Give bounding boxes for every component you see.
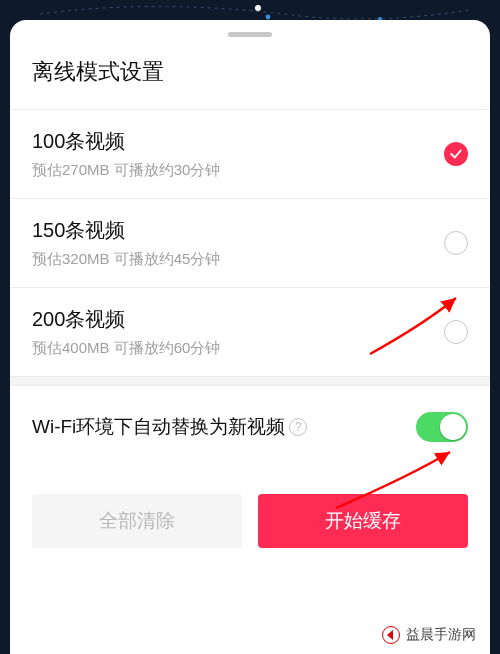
settings-sheet: 离线模式设置 100条视频 预估270MB 可播放约30分钟 150条视频 预估…	[10, 20, 490, 654]
start-cache-button[interactable]: 开始缓存	[258, 494, 468, 548]
wifi-toggle[interactable]	[416, 412, 468, 442]
svg-point-0	[255, 5, 261, 11]
watermark-text: 益晨手游网	[406, 626, 476, 644]
switch-knob	[440, 414, 466, 440]
option-subtitle: 预估320MB 可播放约45分钟	[32, 250, 220, 269]
button-bar: 全部清除 开始缓存	[10, 480, 490, 548]
wifi-label: Wi-Fi环境下自动替换为新视频	[32, 414, 285, 440]
watermark-logo-icon	[382, 626, 400, 644]
clear-all-button[interactable]: 全部清除	[32, 494, 242, 548]
wifi-auto-replace-row: Wi-Fi环境下自动替换为新视频 ?	[10, 386, 490, 468]
option-title: 100条视频	[32, 128, 220, 155]
section-divider	[10, 376, 490, 386]
option-150[interactable]: 150条视频 预估320MB 可播放约45分钟	[10, 198, 490, 287]
video-count-options: 100条视频 预估270MB 可播放约30分钟 150条视频 预估320MB 可…	[10, 109, 490, 376]
radio-selected-icon[interactable]	[444, 142, 468, 166]
svg-point-1	[266, 15, 271, 20]
radio-unselected-icon[interactable]	[444, 320, 468, 344]
option-200[interactable]: 200条视频 预估400MB 可播放约60分钟	[10, 287, 490, 376]
option-subtitle: 预估270MB 可播放约30分钟	[32, 161, 220, 180]
option-title: 150条视频	[32, 217, 220, 244]
option-title: 200条视频	[32, 306, 220, 333]
help-icon[interactable]: ?	[289, 418, 307, 436]
option-subtitle: 预估400MB 可播放约60分钟	[32, 339, 220, 358]
radio-unselected-icon[interactable]	[444, 231, 468, 255]
watermark: 益晨手游网	[382, 626, 476, 644]
sheet-title: 离线模式设置	[10, 37, 490, 109]
option-100[interactable]: 100条视频 预估270MB 可播放约30分钟	[10, 109, 490, 198]
